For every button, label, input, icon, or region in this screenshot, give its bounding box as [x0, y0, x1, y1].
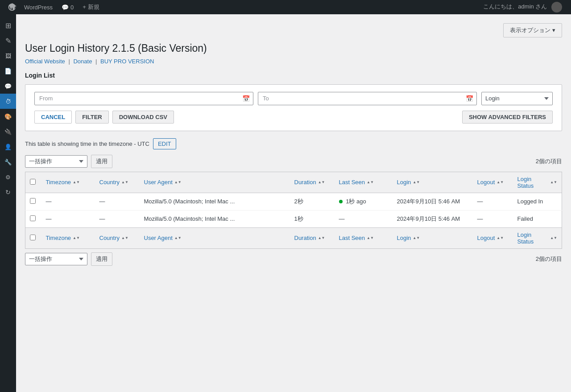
col-lastseen-footer: Last Seen ▲▼ [335, 227, 393, 248]
timezone-sort-link-footer[interactable]: Timezone ▲▼ [46, 235, 91, 241]
col-check-header [25, 172, 41, 193]
login-sort-link-footer[interactable]: Login ▲▼ [397, 235, 468, 241]
sidebar-item-plugins[interactable]: 🔌 [0, 124, 16, 139]
online-dot [339, 200, 343, 203]
page-links: Official Website | Donate | BUY PRO VERS… [25, 58, 562, 65]
sidebar-item-updates[interactable]: ↻ [0, 185, 16, 200]
logout-sort-link[interactable]: Logout ▲▼ [477, 179, 509, 186]
login-type-wrap: Login Logout All [481, 92, 553, 105]
login-sort-arrows: ▲▼ [413, 181, 420, 184]
duration-sort-arrows-footer: ▲▼ [318, 236, 325, 240]
col-login-footer: Login ▲▼ [393, 227, 473, 248]
donate-link[interactable]: Donate [73, 58, 92, 65]
wp-logo[interactable] [4, 3, 20, 11]
lastseen-sort-link[interactable]: Last Seen ▲▼ [339, 179, 388, 186]
main-content: 表示オプション ▾ User Login History 2.1.5 (Basi… [16, 14, 571, 392]
sidebar-item-dashboard[interactable]: ⊞ [0, 18, 16, 33]
duration-sort-link[interactable]: Duration ▲▼ [294, 179, 330, 186]
duration-sort-link-footer[interactable]: Duration ▲▼ [294, 235, 330, 241]
bulk-select-bottom[interactable]: 一括操作 削除 [25, 253, 87, 265]
screen-options-button[interactable]: 表示オプション ▾ [503, 23, 562, 37]
country-sort-link-footer[interactable]: Country ▲▼ [99, 235, 135, 241]
country-sort-arrows: ▲▼ [121, 181, 128, 184]
col-logout-footer: Logout ▲▼ [473, 227, 513, 248]
edit-timezone-button[interactable]: EDIT [153, 138, 176, 149]
col-timezone-header: Timezone ▲▼ [41, 172, 95, 193]
row2-logout: — [473, 210, 513, 227]
sidebar-item-media[interactable]: 🖼 [0, 48, 16, 63]
apply-button-top[interactable]: 適用 [91, 155, 112, 168]
table-row: — — Mozilla/5.0 (Macintosh; Intel Mac ..… [25, 193, 562, 210]
login-type-select[interactable]: Login Logout All [481, 92, 553, 105]
sidebar-item-comments[interactable]: 💬 [0, 78, 16, 94]
select-all-checkbox[interactable] [30, 179, 36, 185]
timezone-sort-link[interactable]: Timezone ▲▼ [46, 179, 91, 186]
row2-check [25, 210, 41, 227]
row2-timezone: — [41, 210, 95, 227]
table-header-row: Timezone ▲▼ Country ▲▼ User Agent [25, 172, 562, 193]
sidebar-item-pages[interactable]: 📄 [0, 63, 16, 78]
row2-country: — [95, 210, 140, 227]
buy-pro-link[interactable]: BUY PRO VERSION [100, 58, 154, 65]
to-input-wrap: 📅 [258, 92, 477, 105]
apply-button-bottom[interactable]: 適用 [91, 252, 112, 266]
from-input-wrap: 📅 [34, 92, 253, 105]
useragent-sort-link-footer[interactable]: User Agent ▲▼ [144, 235, 286, 241]
sidebar-item-tools[interactable]: 🔧 [0, 154, 16, 169]
login-table: Timezone ▲▼ Country ▲▼ User Agent [25, 172, 562, 249]
country-sort-link[interactable]: Country ▲▼ [99, 179, 135, 186]
filter-box: 📅 📅 Login Logout All CANCEL FIL [25, 84, 562, 131]
col-timezone-footer: Timezone ▲▼ [41, 227, 95, 248]
status-sort-link-footer[interactable]: Login Status ▲▼ [517, 231, 558, 245]
row1-checkbox[interactable] [30, 198, 36, 204]
row2-useragent: Mozilla/5.0 (Macintosh; Intel Mac ... [140, 210, 290, 227]
login-sort-link[interactable]: Login ▲▼ [397, 179, 468, 186]
row1-lastseen: 1秒 ago [335, 193, 393, 210]
download-csv-button[interactable]: DOWNLOAD CSV [112, 111, 174, 124]
bulkactions-top: 一括操作 削除 適用 2個の項目 [25, 155, 562, 168]
adminbar-site-name[interactable]: WordPress [20, 0, 57, 14]
logout-sort-link-footer[interactable]: Logout ▲▼ [477, 235, 509, 241]
lastseen-sort-link-footer[interactable]: Last Seen ▲▼ [339, 235, 388, 241]
bulk-left-bottom: 一括操作 削除 適用 [25, 252, 112, 266]
screen-options-wrap: 表示オプション ▾ [25, 23, 562, 37]
col-useragent-footer: User Agent ▲▼ [140, 227, 290, 248]
sidebar-item-appearance[interactable]: 🎨 [0, 109, 16, 124]
row2-checkbox[interactable] [30, 215, 36, 221]
to-input[interactable] [258, 92, 477, 105]
status-sort-arrows: ▲▼ [550, 181, 557, 184]
timezone-sort-arrows: ▲▼ [73, 181, 80, 184]
row2-login: 2024年9月10日 5:46 AM [393, 210, 473, 227]
sidebar-item-login-history[interactable]: ⏱ [0, 94, 16, 109]
row1-logout: — [473, 193, 513, 210]
status-sort-link[interactable]: Login Status ▲▼ [517, 176, 558, 189]
show-advanced-filters-button[interactable]: SHOW ADVANCED FILTERS [462, 111, 553, 124]
comments-icon: 💬 [62, 4, 69, 11]
admin-bar: WordPress 💬 0 + 新規 こんにちは、admin さん [0, 0, 571, 14]
filter-button[interactable]: FILTER [75, 111, 109, 124]
useragent-sort-link[interactable]: User Agent ▲▼ [144, 179, 286, 186]
row2-duration: 1秒 [290, 210, 335, 227]
adminbar-new[interactable]: + 新規 [78, 0, 103, 14]
official-website-link[interactable]: Official Website [25, 58, 65, 65]
section-title: Login List [25, 72, 562, 79]
select-all-footer-checkbox[interactable] [30, 235, 36, 240]
sidebar-item-users[interactable]: 👤 [0, 139, 16, 154]
row1-status: Logged In [513, 193, 562, 210]
sidebar-item-posts[interactable]: ✎ [0, 33, 16, 48]
bulk-select-top[interactable]: 一括操作 削除 [25, 155, 87, 168]
country-sort-arrows-footer: ▲▼ [121, 236, 128, 240]
col-country-footer: Country ▲▼ [95, 227, 140, 248]
from-input[interactable] [34, 92, 253, 105]
useragent-sort-arrows: ▲▼ [174, 181, 182, 184]
adminbar-comments[interactable]: 💬 0 [57, 0, 78, 14]
sidebar-item-settings[interactable]: ⚙ [0, 169, 16, 185]
timezone-text: This table is showing time in the timezo… [25, 140, 149, 147]
col-duration-footer: Duration ▲▼ [290, 227, 335, 248]
col-lastseen-header: Last Seen ▲▼ [335, 172, 393, 193]
logout-sort-arrows-footer: ▲▼ [497, 236, 504, 240]
cancel-button[interactable]: CANCEL [34, 111, 72, 124]
row2-lastseen: — [335, 210, 393, 227]
col-country-header: Country ▲▼ [95, 172, 140, 193]
row1-country: — [95, 193, 140, 210]
